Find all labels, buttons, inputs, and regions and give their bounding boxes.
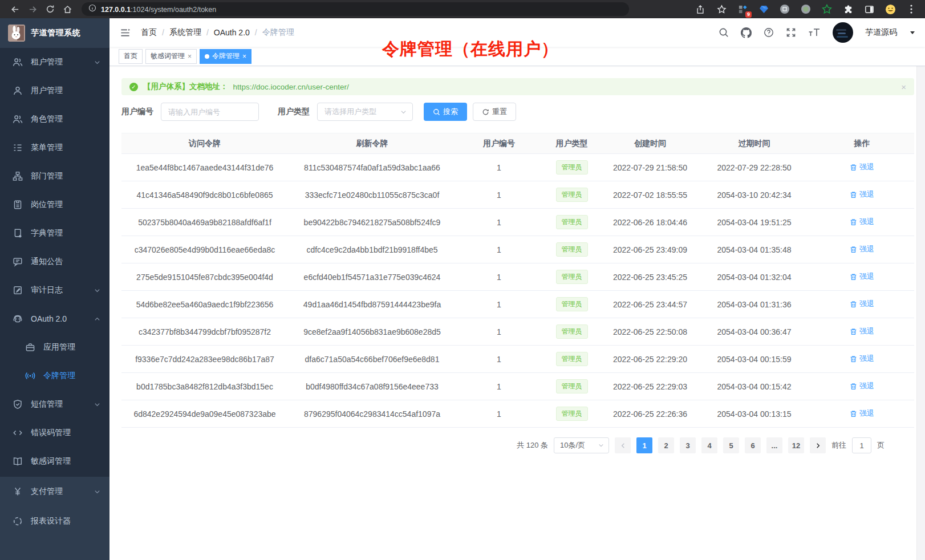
col-actions: 操作 bbox=[810, 139, 914, 149]
sidebar-item-label: 通知公告 bbox=[31, 257, 100, 267]
alert-close-icon[interactable]: × bbox=[901, 82, 906, 92]
sidebar-item-oauth-app[interactable]: 应用管理 bbox=[0, 333, 109, 362]
tab-token-management[interactable]: 令牌管理 × bbox=[200, 49, 251, 64]
page-content: ✓ 【用户体系】文档地址： https://doc.iocoder.cn/use… bbox=[109, 66, 914, 453]
address-bar[interactable]: 127.0.0.1:1024/system/oauth2/token bbox=[82, 2, 629, 16]
force-logout-button[interactable]: 强退 bbox=[850, 408, 874, 419]
table-row: b0d1785bc3a8482f812db4a3f3bd15ec b0df498… bbox=[121, 373, 914, 400]
profile-emoji-icon[interactable] bbox=[885, 3, 896, 15]
sidebar-item-sensitive[interactable]: 敏感词管理 bbox=[0, 447, 109, 476]
page-button-1[interactable]: 1 bbox=[636, 437, 652, 453]
sidebar-item-label: 报表设计器 bbox=[31, 516, 100, 526]
user-type-badge: 管理员 bbox=[556, 242, 588, 256]
goto-page-input[interactable] bbox=[852, 437, 871, 453]
bookmark-star-icon[interactable] bbox=[716, 3, 727, 15]
page-button-3[interactable]: 3 bbox=[680, 437, 696, 453]
col-user-id: 用户编号 bbox=[456, 139, 542, 149]
pagination: 共 120 条 10条/页 1 2 3 4 5 6 ... 12 前往 bbox=[121, 437, 885, 453]
sidebar-item-role[interactable]: 角色管理 bbox=[0, 105, 109, 133]
user-type-badge: 管理员 bbox=[556, 297, 588, 311]
browser-menu-icon[interactable] bbox=[906, 3, 917, 15]
force-logout-button[interactable]: 强退 bbox=[850, 326, 874, 336]
browser-back-icon[interactable] bbox=[10, 5, 20, 14]
breadcrumb-oauth[interactable]: OAuth 2.0 bbox=[214, 28, 250, 37]
sidebar-item-label: 字典管理 bbox=[31, 228, 100, 238]
page-suffix: 页 bbox=[877, 440, 885, 451]
sidebar-item-errcode[interactable]: 错误码管理 bbox=[0, 419, 109, 447]
chevron-down-icon bbox=[94, 287, 100, 294]
sidebar-item-dept[interactable]: 部门管理 bbox=[0, 162, 109, 190]
search-icon[interactable] bbox=[719, 27, 729, 38]
fullscreen-icon[interactable] bbox=[786, 27, 796, 38]
sidebar-menu-bottom: 支付管理 报表设计器 bbox=[0, 477, 109, 560]
user-avatar[interactable] bbox=[833, 22, 853, 43]
sidebar-item-report[interactable]: 报表设计器 bbox=[0, 506, 109, 536]
ext-grid-icon[interactable]: 9 bbox=[737, 3, 748, 15]
force-logout-button[interactable]: 强退 bbox=[850, 299, 874, 309]
next-page-button[interactable] bbox=[810, 437, 826, 453]
font-size-icon[interactable] bbox=[808, 27, 821, 38]
page-button-5[interactable]: 5 bbox=[723, 437, 739, 453]
side-panel-icon[interactable] bbox=[863, 3, 875, 15]
app-logo-bar[interactable]: 芋道管理系统 bbox=[0, 18, 109, 48]
ext-record-icon[interactable] bbox=[800, 3, 812, 15]
force-logout-button[interactable]: 强退 bbox=[850, 244, 874, 254]
alert-text: 【用户体系】文档地址： bbox=[143, 82, 228, 92]
chevron-down-icon bbox=[400, 109, 407, 115]
sidebar-item-dict[interactable]: 字典管理 bbox=[0, 219, 109, 247]
force-logout-button[interactable]: 强退 bbox=[850, 217, 874, 227]
help-icon[interactable] bbox=[764, 27, 774, 38]
search-button[interactable]: 搜索 bbox=[424, 103, 467, 121]
force-logout-button[interactable]: 强退 bbox=[850, 381, 874, 391]
sidebar-item-post[interactable]: 岗位管理 bbox=[0, 190, 109, 219]
close-icon[interactable]: × bbox=[188, 53, 192, 60]
browser-home-icon[interactable] bbox=[63, 5, 72, 14]
trash-icon bbox=[850, 164, 857, 171]
page-button-2[interactable]: 2 bbox=[658, 437, 674, 453]
page-button-12[interactable]: 12 bbox=[788, 437, 804, 453]
force-logout-button[interactable]: 强退 bbox=[850, 189, 874, 200]
breadcrumb-home[interactable]: 首页 bbox=[141, 27, 157, 38]
force-logout-button[interactable]: 强退 bbox=[850, 271, 874, 282]
ext-gem-icon[interactable] bbox=[758, 3, 769, 15]
browser-forward-icon[interactable] bbox=[28, 5, 38, 14]
github-icon[interactable] bbox=[741, 27, 752, 38]
force-logout-button[interactable]: 强退 bbox=[850, 162, 874, 172]
tab-sensitive-words[interactable]: 敏感词管理 × bbox=[145, 49, 197, 64]
page-ellipsis[interactable]: ... bbox=[766, 437, 782, 453]
sidebar-item-menu[interactable]: 菜单管理 bbox=[0, 133, 109, 162]
force-logout-button[interactable]: 强退 bbox=[850, 354, 874, 364]
app-logo-rabbit bbox=[8, 25, 25, 42]
page-scrollbar[interactable] bbox=[916, 18, 925, 560]
user-type-select[interactable]: 请选择用户类型 bbox=[317, 103, 413, 121]
prev-page-button[interactable] bbox=[615, 437, 631, 453]
page-button-4[interactable]: 4 bbox=[701, 437, 717, 453]
trash-icon bbox=[850, 355, 857, 363]
browser-reload-icon[interactable] bbox=[46, 5, 55, 14]
username[interactable]: 芋道源码 bbox=[865, 27, 897, 38]
share-icon[interactable] bbox=[695, 3, 706, 15]
sidebar-item-audit[interactable]: 审计日志 bbox=[0, 276, 109, 305]
page-size-select[interactable]: 10条/页 bbox=[554, 437, 609, 453]
sidebar-item-user[interactable]: 用户管理 bbox=[0, 76, 109, 105]
sidebar-fold-icon[interactable] bbox=[120, 27, 131, 38]
extensions-puzzle-icon[interactable] bbox=[842, 3, 854, 15]
doc-link[interactable]: https://doc.iocoder.cn/user-center/ bbox=[233, 83, 349, 91]
site-info-icon[interactable] bbox=[88, 4, 96, 14]
user-menu-caret-icon[interactable] bbox=[910, 31, 915, 34]
sidebar-item-sms[interactable]: 短信管理 bbox=[0, 390, 109, 419]
goto-label: 前往 bbox=[831, 440, 846, 451]
tab-home[interactable]: 首页 bbox=[119, 49, 143, 64]
sidebar-item-oauth[interactable]: OAuth 2.0 bbox=[0, 305, 109, 333]
sidebar-item-notice[interactable]: 通知公告 bbox=[0, 247, 109, 276]
sidebar-item-tenant[interactable]: 租户管理 bbox=[0, 48, 109, 76]
ext-star-icon[interactable] bbox=[821, 3, 833, 15]
user-id-input[interactable] bbox=[161, 103, 259, 121]
ext-command-icon[interactable] bbox=[779, 3, 790, 15]
sidebar-item-pay[interactable]: 支付管理 bbox=[0, 477, 109, 506]
page-button-6[interactable]: 6 bbox=[745, 437, 761, 453]
close-icon[interactable]: × bbox=[242, 53, 246, 60]
breadcrumb-system[interactable]: 系统管理 bbox=[169, 27, 201, 38]
reset-button[interactable]: 重置 bbox=[473, 103, 516, 121]
sidebar-item-oauth-token[interactable]: 令牌管理 bbox=[0, 362, 109, 390]
